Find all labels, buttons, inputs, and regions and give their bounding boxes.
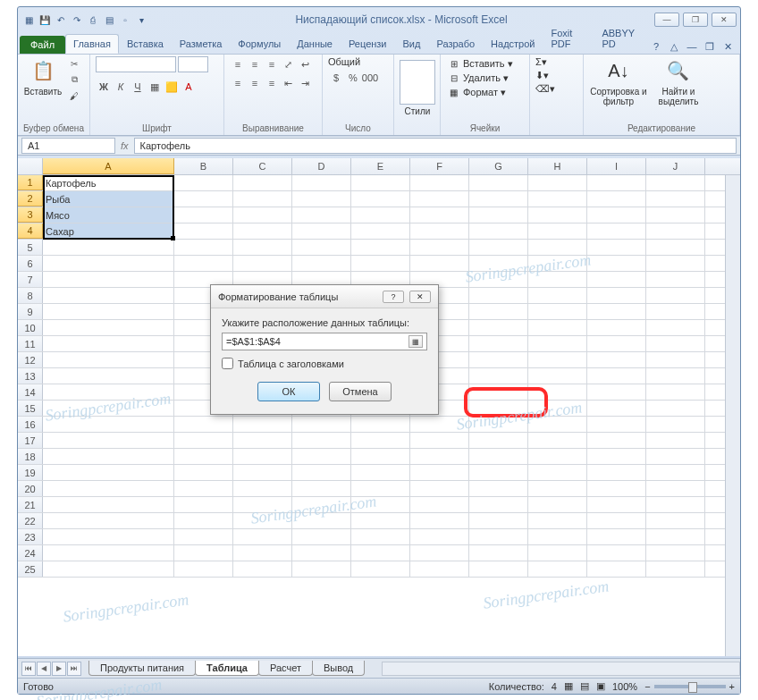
cell-I4[interactable] [587,223,646,239]
cell-J3[interactable] [646,207,705,223]
cell-H20[interactable] [528,481,587,496]
cell-C21[interactable] [233,497,292,512]
view-break-icon[interactable]: ▣ [596,680,605,692]
cell-F21[interactable] [410,497,469,512]
delete-cells-button[interactable]: ⊟Удалить▾ [446,71,515,85]
cell-I22[interactable] [587,513,646,528]
cell-J4[interactable] [646,223,705,239]
col-header-I[interactable]: I [587,158,646,174]
cell-H18[interactable] [528,449,587,464]
cell-A20[interactable] [43,481,174,496]
cell-H8[interactable] [528,288,587,303]
zoom-out-button[interactable]: − [644,681,650,692]
cell-H5[interactable] [528,240,587,255]
align-left-icon[interactable]: ≡ [230,75,246,91]
row-header-1[interactable]: 1 [18,175,43,190]
cell-F17[interactable] [410,433,469,448]
cell-J16[interactable] [646,417,705,432]
name-box[interactable]: A1 [21,138,115,154]
close-button[interactable]: ✕ [712,13,737,27]
cell-A15[interactable] [43,401,174,416]
cell-J17[interactable] [646,433,705,448]
orientation-icon[interactable]: ⤢ [281,56,297,72]
cell-J7[interactable] [646,272,705,287]
cell-A1[interactable]: Картофель [43,175,174,190]
cell-H21[interactable] [528,497,587,512]
tab-view[interactable]: Вид [395,34,429,54]
cell-D22[interactable] [292,513,351,528]
vertical-scrollbar[interactable] [725,175,740,656]
row-header-9[interactable]: 9 [18,304,43,319]
cell-J6[interactable] [646,256,705,271]
cell-I9[interactable] [587,304,646,319]
cell-D6[interactable] [292,256,351,271]
cell-D21[interactable] [292,497,351,512]
maximize-button[interactable]: ❐ [683,13,708,27]
cell-B6[interactable] [174,256,233,271]
row-header-13[interactable]: 13 [18,368,43,384]
headers-checkbox[interactable] [222,358,233,369]
cell-H19[interactable] [528,465,587,480]
cell-H14[interactable] [528,384,587,400]
dialog-close-icon[interactable]: ✕ [409,291,431,303]
sheet-tab-2[interactable]: Расчет [258,661,313,676]
cell-I14[interactable] [587,384,646,400]
sheet-first-icon[interactable]: ⏮ [21,662,36,676]
percent-icon[interactable]: % [345,70,361,86]
cell-B24[interactable] [174,545,233,561]
row-header-4[interactable]: 4 [18,223,43,239]
row-header-6[interactable]: 6 [18,256,43,271]
cell-G19[interactable] [469,465,528,480]
row-header-11[interactable]: 11 [18,336,43,351]
tab-home[interactable]: Главная [65,34,119,54]
cell-I16[interactable] [587,417,646,432]
cell-C20[interactable] [233,481,292,496]
cell-I11[interactable] [587,336,646,351]
cell-H22[interactable] [528,513,587,528]
undo-icon[interactable]: ↶ [54,13,68,27]
cell-C19[interactable] [233,465,292,480]
paste-button[interactable]: 📋 Вставить [23,56,63,97]
cell-H11[interactable] [528,336,587,351]
zoom-in-button[interactable]: + [729,681,735,692]
cell-C3[interactable] [233,207,292,223]
cell-J2[interactable] [646,191,705,207]
row-header-12[interactable]: 12 [18,352,43,367]
cell-H4[interactable] [528,223,587,239]
cell-B1[interactable] [174,175,233,190]
sheet-next-icon[interactable]: ▶ [52,662,66,676]
row-header-16[interactable]: 16 [18,417,43,432]
cell-I2[interactable] [587,191,646,207]
cell-A14[interactable] [43,384,174,400]
cell-H13[interactable] [528,368,587,384]
cell-D2[interactable] [292,191,351,207]
cell-A11[interactable] [43,336,174,351]
cell-C1[interactable] [233,175,292,190]
headers-checkbox-label[interactable]: Таблица с заголовками [222,358,427,369]
fill-button[interactable]: ⬇▾ [535,70,549,81]
cell-H17[interactable] [528,433,587,448]
cell-I17[interactable] [587,433,646,448]
cell-G10[interactable] [469,320,528,335]
cell-E24[interactable] [351,545,410,561]
clear-button[interactable]: ⌫▾ [535,83,555,95]
cell-A4[interactable]: Сахар [43,223,174,239]
row-header-23[interactable]: 23 [18,529,43,544]
cell-A8[interactable] [43,288,174,303]
tab-layout[interactable]: Разметка [172,34,231,54]
cell-D17[interactable] [292,433,351,448]
row-header-10[interactable]: 10 [18,320,43,335]
currency-icon[interactable]: $ [328,70,344,86]
print-icon[interactable]: ⎙ [86,13,100,27]
cell-G21[interactable] [469,497,528,512]
row-header-22[interactable]: 22 [18,513,43,528]
cell-B20[interactable] [174,481,233,496]
cell-E20[interactable] [351,481,410,496]
cell-F5[interactable] [410,240,469,255]
cell-J22[interactable] [646,513,705,528]
cell-B22[interactable] [174,513,233,528]
cell-G4[interactable] [469,223,528,239]
cell-C16[interactable] [233,417,292,432]
cell-I10[interactable] [587,320,646,335]
zoom-slider[interactable] [654,685,726,688]
